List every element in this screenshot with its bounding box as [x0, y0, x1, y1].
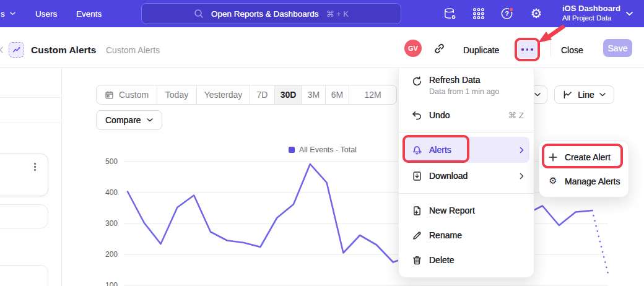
avatar[interactable]: GV [404, 40, 422, 57]
range-6m[interactable]: 6M [325, 85, 349, 104]
settings-gear-icon[interactable]: ⚙ [529, 6, 544, 21]
menu-item-delete[interactable]: Delete [399, 248, 534, 272]
sidebar-card[interactable] [0, 204, 48, 228]
trash-icon [411, 254, 422, 266]
refresh-icon [411, 76, 422, 87]
chart-type-dropdown[interactable]: Line [554, 85, 614, 104]
svg-text:300: 300 [105, 219, 118, 228]
kebab-menu-icon[interactable] [34, 163, 36, 171]
range-3m[interactable]: 3M [302, 85, 325, 104]
search-bar[interactable]: Open Reports & Dashboards ⌘ + K [141, 3, 401, 24]
menu-item-refresh-data[interactable]: Refresh Data Data from 1 min ago [399, 69, 534, 103]
close-button[interactable]: Close [561, 45, 583, 55]
sidebar-separator [0, 123, 61, 123]
new-report-icon [411, 205, 422, 216]
compare-button[interactable]: Compare [96, 110, 162, 130]
help-icon[interactable]: ? [500, 6, 515, 21]
gear-icon: ⚙ [548, 176, 558, 186]
apps-grid-icon[interactable] [471, 6, 486, 21]
submenu-item-create-alert[interactable]: Create Alert [539, 145, 629, 169]
svg-text:500: 500 [105, 157, 118, 166]
range-today[interactable]: Today [157, 85, 196, 104]
date-range-picker: Custom Today Yesterday 7D 30D 3M 6M 12M [96, 85, 397, 105]
svg-text:200: 200 [105, 250, 118, 259]
nav-item-users[interactable]: Users [35, 0, 57, 27]
submenu-chevron-icon [520, 173, 524, 180]
header-divider [550, 38, 551, 56]
breadcrumb: Custom Alerts [106, 45, 160, 55]
project-scope: All Project Data [562, 14, 620, 22]
save-button[interactable]: Save [603, 39, 632, 57]
chevron-down-icon [147, 118, 153, 122]
page-title: Custom Alerts [31, 45, 96, 56]
submenu-chevron-icon [520, 147, 524, 154]
range-30d[interactable]: 30D [274, 85, 302, 104]
line-chart-icon [563, 90, 573, 100]
more-options-button[interactable] [518, 41, 537, 58]
calendar-icon [105, 90, 114, 100]
pencil-icon [411, 230, 422, 241]
download-icon [411, 170, 422, 181]
project-chevron-icon [626, 12, 633, 16]
menu-item-new-report[interactable]: New Report [399, 198, 534, 223]
chevron-down-icon [599, 93, 606, 97]
search-shortcut: ⌘ + K [326, 9, 349, 19]
collapsed-panel-chevron[interactable] [0, 46, 3, 53]
project-name: iOS Dashboard [562, 3, 620, 14]
range-yesterday[interactable]: Yesterday [196, 85, 250, 104]
chart-legend: All Events - Total [289, 145, 357, 154]
menu-item-alerts[interactable]: Alerts [403, 137, 529, 163]
svg-text:?: ? [505, 10, 509, 17]
undo-icon [411, 110, 422, 121]
range-7d[interactable]: 7D [250, 85, 274, 104]
sidebar-divider [61, 68, 62, 286]
chevron-down-icon [534, 93, 541, 97]
sidebar-card[interactable] [0, 154, 48, 196]
copy-link-icon[interactable] [433, 43, 446, 55]
menu-divider [399, 193, 534, 194]
range-12m[interactable]: 12M [349, 85, 396, 104]
report-type-icon [9, 42, 24, 58]
project-selector[interactable]: iOS Dashboard All Project Data [562, 3, 620, 22]
sidebar-separator [0, 97, 61, 98]
menu-item-undo[interactable]: Undo ⌘ Z [399, 103, 534, 128]
plus-icon [548, 152, 558, 162]
duplicate-button[interactable]: Duplicate [463, 45, 499, 55]
report-header: Custom Alerts Custom Alerts GV Duplicate… [0, 27, 644, 68]
menu-item-download[interactable]: Download [399, 163, 534, 189]
nav-item-events[interactable]: Events [76, 0, 102, 27]
search-icon [194, 9, 204, 19]
data-management-icon[interactable] [442, 6, 457, 21]
svg-text:100: 100 [105, 281, 118, 286]
nav-item-cut[interactable]: s [1, 0, 15, 27]
sidebar-card[interactable] [0, 265, 48, 286]
alerts-submenu: Create Alert ⚙ Manage Alerts [539, 141, 629, 197]
range-custom[interactable]: Custom [97, 85, 157, 104]
legend-swatch [289, 147, 295, 153]
menu-divider [399, 132, 534, 132]
legend-label: All Events - Total [299, 145, 357, 154]
search-placeholder: Open Reports & Dashboards [211, 9, 318, 19]
menu-item-rename[interactable]: Rename [399, 223, 534, 248]
submenu-item-manage-alerts[interactable]: ⚙ Manage Alerts [539, 169, 629, 193]
bell-plus-icon [411, 144, 422, 155]
svg-text:400: 400 [105, 188, 118, 197]
more-options-menu: Refresh Data Data from 1 min ago Undo ⌘ … [398, 64, 534, 278]
top-navbar: s Users Events Open Reports & Dashboards… [0, 0, 644, 27]
chevron-down-icon [10, 12, 15, 15]
